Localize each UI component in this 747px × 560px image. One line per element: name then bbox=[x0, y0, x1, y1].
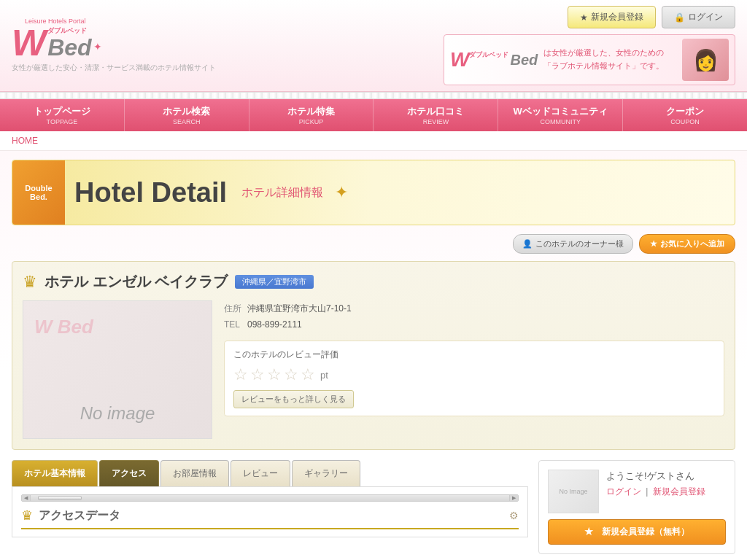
nav-review[interactable]: ホテル口コミ REVIEW bbox=[374, 99, 498, 131]
register-button[interactable]: ★ 新規会員登録 bbox=[568, 6, 656, 28]
header-right: ★ 新規会員登録 🔒 ログイン W ダブルベッド Bed は女性が厳選した、女性… bbox=[444, 6, 735, 85]
welcome-links: ログイン | 新規会員登録 bbox=[606, 486, 705, 498]
left-panel: ホテル基本情報 アクセス お部屋情報 レビュー ギャラリー bbox=[12, 460, 528, 560]
breadcrumb: HOME bbox=[0, 131, 747, 151]
scroll-bar: ◀ ▶ bbox=[21, 494, 519, 502]
logo-area: Leisure Hotels Portal W ダブルベッド Bed ✦ 女性が… bbox=[12, 19, 216, 73]
nav-toppage[interactable]: トップページ TOPPAGE bbox=[0, 99, 125, 131]
hotel-address-table: 住所 沖縄県宜野湾市大山7-10-1 TEL 098-899-2111 bbox=[224, 300, 352, 332]
welcome-box: No Image ようこそ!ゲストさん ログイン | 新規会員登録 ★ 新規会員… bbox=[538, 460, 735, 554]
star-icon: ★ bbox=[580, 12, 588, 23]
crown-small-icon: ♛ bbox=[21, 508, 33, 524]
scroll-thumb[interactable] bbox=[38, 496, 82, 500]
login-button[interactable]: 🔒 ログイン bbox=[662, 6, 735, 28]
review-detail-button[interactable]: レビューをもっと詳しく見る bbox=[233, 390, 354, 408]
tab-rooms[interactable]: お部屋情報 bbox=[160, 460, 229, 486]
register-link[interactable]: 新規会員登録 bbox=[653, 486, 705, 497]
star-5: ☆ bbox=[301, 365, 315, 384]
crown-icon: ♛ bbox=[23, 273, 37, 292]
lock-icon: 🔒 bbox=[674, 12, 685, 23]
favorite-button[interactable]: ★ お気に入りへ追加 bbox=[639, 234, 735, 254]
pearl-decoration bbox=[0, 92, 747, 99]
header-buttons: ★ 新規会員登録 🔒 ログイン bbox=[568, 6, 735, 28]
logo-description: 女性が厳選した安心・清潔・サービス満載のホテル情報サイト bbox=[12, 63, 216, 73]
pt-label: pt bbox=[320, 370, 328, 381]
logo-bed: Bed bbox=[47, 36, 91, 59]
star-3: ☆ bbox=[267, 365, 282, 384]
main-content: Double Bed. Hotel Detail ホテル詳細情報 ✦ 👤 このホ… bbox=[0, 151, 747, 560]
access-title: アクセスデータ bbox=[39, 508, 120, 524]
nav-pickup[interactable]: ホテル特集 PICKUP bbox=[249, 99, 374, 131]
right-panel: No Image ようこそ!ゲストさん ログイン | 新規会員登録 ★ 新規会員… bbox=[538, 460, 735, 560]
action-row: 👤 このホテルのオーナー様 ★ お気に入りへ追加 bbox=[12, 234, 735, 254]
portal-label: Leisure Hotels Portal bbox=[25, 18, 86, 25]
welcome-image: No Image bbox=[548, 470, 599, 513]
login-link[interactable]: ログイン bbox=[606, 486, 641, 497]
tel-row: TEL 098-899-2111 bbox=[224, 317, 352, 332]
logo-decoration: ✦ bbox=[93, 41, 102, 52]
tab-gallery[interactable]: ギャラリー bbox=[292, 460, 360, 486]
welcome-greeting: ようこそ!ゲストさん bbox=[606, 470, 705, 483]
stars-row: ☆ ☆ ☆ ☆ ☆ pt bbox=[233, 365, 715, 384]
separator: | bbox=[646, 486, 648, 497]
hotel-info-box: ♛ ホテル エンゼル ベイクラブ 沖縄県／宜野湾市 W Bed No image… bbox=[12, 261, 735, 450]
banner-portrait: 👩 bbox=[682, 39, 729, 81]
nav-bar: トップページ TOPPAGE ホテル検索 SEARCH ホテル特集 PICKUP… bbox=[0, 99, 747, 131]
scroll-left[interactable]: ◀ bbox=[22, 495, 31, 501]
banner-wbed: W bbox=[450, 48, 469, 71]
hotel-details: 住所 沖縄県宜野湾市大山7-10-1 TEL 098-899-2111 このホテ… bbox=[224, 300, 724, 439]
hotel-detail-banner: Double Bed. Hotel Detail ホテル詳細情報 ✦ bbox=[12, 160, 735, 225]
detail-badge: Double Bed. bbox=[12, 160, 65, 225]
hotel-name-row: ♛ ホテル エンゼル ベイクラブ 沖縄県／宜野湾市 bbox=[23, 272, 724, 292]
nav-coupon[interactable]: クーポン COUPON bbox=[623, 99, 747, 131]
owner-button[interactable]: 👤 このホテルのオーナー様 bbox=[513, 234, 633, 254]
nav-community[interactable]: Wベッドコミュニティ COMMUNITY bbox=[498, 99, 623, 131]
star-icon: ★ bbox=[650, 239, 657, 249]
image-watermark: W Bed bbox=[34, 316, 93, 338]
star-2: ☆ bbox=[250, 365, 265, 384]
hotel-name: ホテル エンゼル ベイクラブ bbox=[44, 272, 228, 292]
tab-access[interactable]: アクセス bbox=[99, 460, 159, 486]
nav-search[interactable]: ホテル検索 SEARCH bbox=[125, 99, 249, 131]
welcome-row: No Image ようこそ!ゲストさん ログイン | 新規会員登録 bbox=[548, 470, 726, 513]
person-icon: 👤 bbox=[522, 239, 533, 249]
star-4: ☆ bbox=[284, 365, 298, 384]
address-row: 住所 沖縄県宜野湾市大山7-10-1 bbox=[224, 300, 352, 317]
tab-hotel-info[interactable]: ホテル基本情報 bbox=[12, 460, 98, 486]
hotel-location-tag: 沖縄県／宜野湾市 bbox=[235, 275, 314, 289]
lower-section: ホテル基本情報 アクセス お部屋情報 レビュー ギャラリー bbox=[12, 460, 735, 560]
hotel-body: W Bed No image 住所 沖縄県宜野湾市大山7-10-1 TEL 09… bbox=[23, 300, 724, 439]
star-1: ☆ bbox=[233, 365, 248, 384]
gear-icon: ⚙ bbox=[509, 510, 519, 521]
header-banner: W ダブルベッド Bed は女性が厳選した、女性のための 「ラブホテル情報サイト… bbox=[444, 34, 735, 85]
sparkle-icon: ✦ bbox=[335, 183, 348, 202]
welcome-text-area: ようこそ!ゲストさん ログイン | 新規会員登録 bbox=[606, 470, 705, 498]
hotel-image: W Bed No image bbox=[23, 300, 212, 439]
page-title: Hotel Detail bbox=[74, 177, 227, 209]
tabs-row: ホテル基本情報 アクセス お部屋情報 レビュー ギャラリー bbox=[12, 460, 528, 486]
breadcrumb-home[interactable]: HOME bbox=[12, 136, 38, 146]
review-label: このホテルのレビュー評価 bbox=[233, 349, 715, 361]
banner-bed: Bed bbox=[510, 52, 538, 69]
tab-reviews[interactable]: レビュー bbox=[231, 460, 290, 486]
no-image-text: No image bbox=[80, 403, 155, 424]
banner-sub: ダブルベッド bbox=[469, 50, 508, 60]
logo-w: W bbox=[12, 25, 46, 61]
page-subtitle: ホテル詳細情報 bbox=[241, 185, 323, 201]
review-box: このホテルのレビュー評価 ☆ ☆ ☆ ☆ ☆ pt レビューをもっと詳しく見る bbox=[224, 341, 724, 416]
banner-text: は女性が厳選した、女性のための 「ラブホテル情報サイト」です。 bbox=[543, 47, 664, 72]
scroll-right[interactable]: ▶ bbox=[509, 495, 518, 501]
access-content: ◀ ▶ ♛ アクセスデータ ⚙ bbox=[12, 486, 528, 537]
access-header: ♛ アクセスデータ ⚙ bbox=[21, 508, 519, 529]
register-free-button[interactable]: ★ 新規会員登録（無料） bbox=[548, 519, 726, 545]
header: Leisure Hotels Portal W ダブルベッド Bed ✦ 女性が… bbox=[0, 0, 747, 92]
